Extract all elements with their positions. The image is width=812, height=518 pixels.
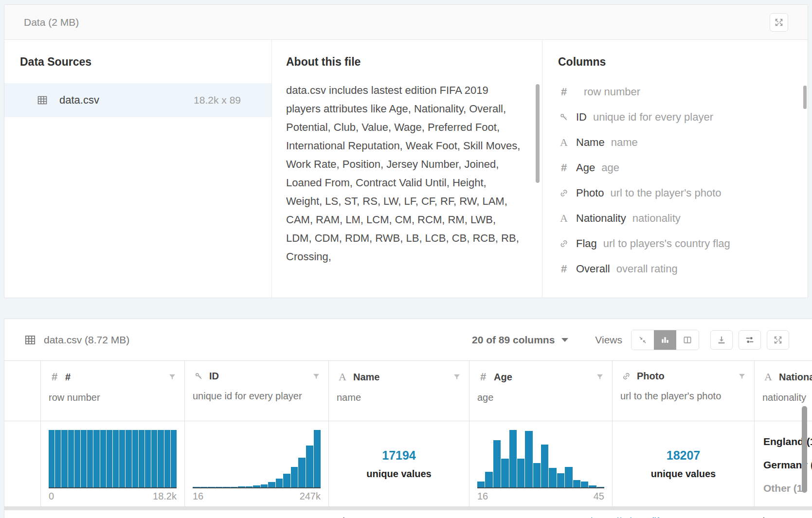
unique-label: unique values xyxy=(366,468,431,480)
unique-values-photo: 18207 unique values xyxy=(613,421,755,506)
columns-list: # row number ID unique id for every play… xyxy=(558,79,808,282)
data-overview-header: Data (2 MB) xyxy=(4,5,808,40)
file-row-data-csv[interactable]: data.csv 18.2k x 89 xyxy=(4,83,271,117)
index-header-cell xyxy=(4,361,41,421)
column-item-name: ID xyxy=(576,111,587,124)
pipeline-settings-button[interactable] xyxy=(739,330,761,350)
cell-name: L. Messi xyxy=(298,516,439,518)
row-index: 1 xyxy=(4,516,10,518)
hist-min-label: 0 xyxy=(49,491,54,502)
data-grid: # # row number ID xyxy=(4,361,812,518)
hist-max-label: 247k xyxy=(300,491,321,502)
grid-header: data.csv (8.72 MB) 20 of 89 columns View… xyxy=(4,319,812,361)
histogram-age: 16 45 xyxy=(469,421,613,506)
column-item-desc: unique id for every player xyxy=(593,111,713,124)
filter-icon[interactable] xyxy=(595,373,604,381)
column-item-overall: # Overall overall rating xyxy=(558,256,808,282)
cell-row-number: 0 xyxy=(10,516,154,518)
hist-max-label: 18.2k xyxy=(153,491,177,502)
link-icon xyxy=(558,188,570,198)
column-item-age: # Age age xyxy=(558,155,808,180)
grid-title: data.csv (8.72 MB) xyxy=(44,334,472,346)
data-grid-panel: data.csv (8.72 MB) 20 of 89 columns View… xyxy=(4,319,812,518)
cell-id: 158023 xyxy=(154,516,298,518)
file-dimensions: 18.2k x 89 xyxy=(194,94,241,106)
header-cell-photo[interactable]: Photo url to the player's photo xyxy=(613,361,755,421)
expand-grid-button[interactable] xyxy=(767,330,789,350)
expand-button[interactable] xyxy=(770,13,788,32)
collapse-arrows-icon xyxy=(638,335,648,345)
letter-a-icon: A xyxy=(558,136,570,149)
header-cell-name[interactable]: A Name name xyxy=(329,361,469,421)
unique-count: 17194 xyxy=(382,448,416,463)
hash-icon: # xyxy=(477,371,489,383)
chevron-down-icon xyxy=(561,338,568,342)
sliders-icon xyxy=(744,335,755,345)
columns-count-dropdown[interactable]: 20 of 89 columns xyxy=(472,334,568,346)
table-view-button[interactable] xyxy=(676,330,699,350)
column-item-photo: Photo url to the player's photo xyxy=(558,180,808,206)
about-heading: About this file xyxy=(286,55,542,69)
download-icon xyxy=(716,335,727,345)
filter-icon[interactable] xyxy=(738,372,746,381)
download-button[interactable] xyxy=(710,330,733,350)
histogram-icon xyxy=(660,335,670,345)
hash-icon: # xyxy=(558,161,570,174)
link-icon xyxy=(558,239,570,249)
about-text: data.csv includes lastest edition FIFA 2… xyxy=(286,81,524,266)
hist-min-label: 16 xyxy=(477,491,488,502)
letter-a-icon: A xyxy=(762,371,774,383)
key-icon xyxy=(193,372,204,381)
column-item-desc: row number xyxy=(584,86,640,98)
cell-photo-link[interactable]: https://cdn.sofifa xyxy=(582,516,724,518)
histogram-id: 16 247k xyxy=(185,421,329,506)
filter-icon[interactable] xyxy=(312,372,321,381)
grid-header-row: # # row number ID xyxy=(4,361,812,421)
table-grid-icon xyxy=(24,334,36,346)
column-stats-row: 0 18.2k 16 247k 17194 unique values xyxy=(4,421,812,506)
link-icon xyxy=(620,372,632,381)
unique-values-name: 17194 unique values xyxy=(329,421,469,506)
data-sources-heading: Data Sources xyxy=(4,55,271,69)
table-row[interactable]: 1 0 158023 L. Messi 31 https://cdn.sofif… xyxy=(4,510,812,518)
columns-summary-column: Columns # row number ID unique id for ev… xyxy=(542,40,808,298)
expand-icon xyxy=(773,335,783,345)
hist-min-label: 16 xyxy=(193,491,203,502)
cell-nationality: Argentina xyxy=(724,516,812,518)
header-cell-row-number[interactable]: # # row number xyxy=(41,361,185,421)
header-cell-id[interactable]: ID unique id for every player xyxy=(185,361,329,421)
panel-title: Data (2 MB) xyxy=(24,17,79,28)
columns-heading: Columns xyxy=(558,55,808,69)
hist-max-label: 45 xyxy=(594,491,604,502)
header-cell-age[interactable]: # Age age xyxy=(469,361,613,421)
view-switcher xyxy=(631,330,699,350)
hash-icon: # xyxy=(558,263,570,275)
about-scrollbar-thumb[interactable] xyxy=(536,84,540,183)
letter-a-icon: A xyxy=(558,212,570,225)
column-item-name: A Name name xyxy=(558,130,808,155)
compact-view-button[interactable] xyxy=(632,330,654,350)
data-sources-column: Data Sources data.csv 18.2k x 89 xyxy=(4,40,271,298)
histogram-row-number: 0 18.2k xyxy=(41,421,185,506)
columns-scrollbar-thumb[interactable] xyxy=(803,86,807,109)
index-stats-cell xyxy=(4,421,41,506)
data-overview-panel: Data (2 MB) Data Sources data.csv xyxy=(4,4,808,298)
table-grid-icon xyxy=(36,94,48,106)
column-item-nationality: A Nationality nationality xyxy=(558,206,808,231)
hash-icon: # xyxy=(49,371,60,383)
column-stats-view-button[interactable] xyxy=(654,330,676,350)
filter-icon[interactable] xyxy=(168,373,177,381)
column-item-row-number: # row number xyxy=(558,79,808,105)
grid-scrollbar-thumb[interactable] xyxy=(802,406,807,493)
stats-body-divider xyxy=(4,506,812,510)
letter-a-icon: A xyxy=(337,371,348,383)
column-item-flag: Flag url to players's country flag xyxy=(558,231,808,256)
columns-layout-icon xyxy=(683,335,692,345)
views-label: Views xyxy=(595,334,622,346)
hash-icon: # xyxy=(558,86,570,98)
filter-icon[interactable] xyxy=(452,373,461,381)
unique-label: unique values xyxy=(651,468,716,480)
column-item-id: ID unique id for every player xyxy=(558,105,808,130)
about-column: About this file data.csv includes lastes… xyxy=(271,40,542,298)
unique-count: 18207 xyxy=(667,448,701,463)
